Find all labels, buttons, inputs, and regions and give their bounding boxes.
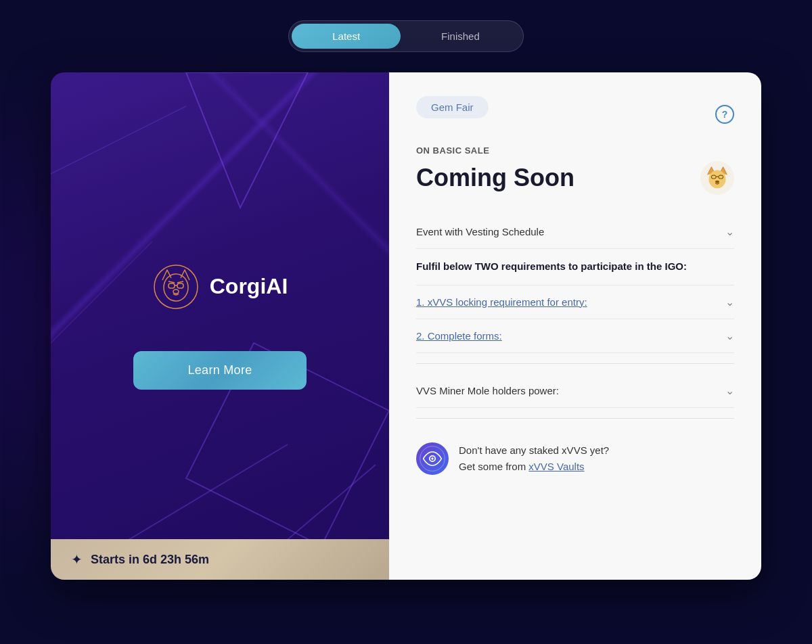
right-panel: Gem Fair ? ON BASIC SALE Coming Soon	[389, 72, 761, 580]
starts-bar: ✦ Starts in 6d 23h 56m	[51, 539, 389, 580]
corgi-avatar	[700, 161, 734, 195]
chevron-down-icon: ⌄	[725, 225, 734, 238]
req1-label: 1. xVVS locking requirement for entry:	[416, 296, 587, 308]
corgi-avatar-icon	[701, 162, 734, 194]
divider-2	[416, 418, 734, 419]
chevron-down-icon-req2: ⌄	[725, 329, 734, 342]
vvs-icon-graphic	[419, 445, 446, 472]
svg-line-2	[51, 106, 186, 174]
req2-label: 2. Complete forms:	[416, 330, 502, 342]
left-panel: CorgiAI Learn More ✦ Starts in 6d 23h 56…	[51, 72, 389, 580]
tab-switcher: Latest Finished	[288, 20, 524, 52]
svg-line-4	[118, 444, 288, 546]
svg-line-3	[51, 242, 152, 343]
svg-rect-8	[168, 283, 175, 288]
requirement-2-accordion[interactable]: 2. Complete forms: ⌄	[416, 319, 734, 353]
coming-soon-row: Coming Soon	[416, 161, 734, 195]
svg-point-7	[164, 274, 188, 301]
stake-notice: Don't have any staked xVVS yet?Get some …	[416, 429, 734, 488]
accordion-vesting-label: Event with Vesting Schedule	[416, 226, 544, 237]
requirement-1-accordion[interactable]: 1. xVVS locking requirement for entry: ⌄	[416, 285, 734, 319]
star-icon: ✦	[71, 551, 83, 568]
xvvs-vaults-link[interactable]: xVVS Vaults	[528, 461, 584, 472]
divider-1	[416, 363, 734, 364]
starts-text: Starts in 6d 23h 56m	[91, 553, 209, 567]
logo-text: CorgiAI	[210, 274, 288, 299]
accordion-vesting[interactable]: Event with Vesting Schedule ⌄	[416, 215, 734, 249]
main-card: CorgiAI Learn More ✦ Starts in 6d 23h 56…	[51, 72, 761, 580]
svg-point-6	[154, 265, 198, 308]
chevron-down-icon-req1: ⌄	[725, 296, 734, 308]
vvs-vault-icon	[416, 442, 449, 475]
logo-area: CorgiAI	[152, 263, 288, 310]
decorative-lines	[51, 72, 389, 580]
learn-more-button[interactable]: Learn More	[133, 351, 306, 390]
tab-finished[interactable]: Finished	[401, 24, 520, 49]
gem-fair-badge: Gem Fair	[416, 96, 489, 118]
tab-latest[interactable]: Latest	[292, 24, 401, 49]
svg-point-11	[173, 290, 179, 294]
coming-soon-heading: Coming Soon	[416, 164, 574, 192]
corgi-logo-icon	[152, 263, 200, 310]
vvs-miner-accordion[interactable]: VVS Miner Mole holders power: ⌄	[416, 374, 734, 408]
svg-line-12	[168, 281, 175, 283]
requirements-text: Fulfil below TWO requirements to partici…	[416, 249, 734, 285]
svg-point-19	[715, 181, 719, 183]
svg-rect-9	[177, 283, 183, 288]
svg-point-15	[709, 170, 726, 188]
stake-text: Don't have any staked xVVS yet?Get some …	[459, 442, 609, 475]
vvs-miner-label: VVS Miner Mole holders power:	[416, 385, 559, 396]
svg-line-13	[177, 281, 183, 283]
help-icon[interactable]: ?	[715, 105, 734, 124]
svg-marker-0	[186, 72, 308, 208]
on-basic-sale-label: ON BASIC SALE	[416, 145, 734, 156]
chevron-down-icon-vvs: ⌄	[725, 384, 734, 397]
svg-point-22	[431, 457, 433, 459]
